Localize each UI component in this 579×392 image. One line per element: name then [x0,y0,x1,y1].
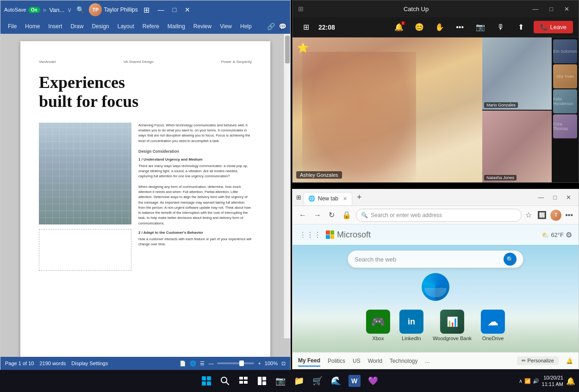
display-settings[interactable]: Display Settings [71,361,108,366]
autosave-toggle[interactable]: On [28,7,40,13]
scrollbar-thumb[interactable] [285,36,290,63]
files-button[interactable]: 📁 [291,373,307,389]
scrollbar[interactable] [284,34,290,338]
svg-rect-12 [262,381,266,385]
edge-maximize[interactable]: □ [549,193,560,202]
wifi-icon[interactable]: 📶 [524,378,531,384]
tab-design[interactable]: Design [88,21,112,31]
personalize-button[interactable]: ✏ Personalize [517,356,559,365]
view-icon-print[interactable]: 📄 [180,361,186,367]
sidebar-video-mario[interactable]: Mario Gonzales [482,37,552,110]
notification-bell[interactable]: 🔔 [566,358,573,364]
tab-mailing[interactable]: Mailing [164,21,189,31]
participant-em[interactable]: Em Solomon [553,39,577,63]
edge-tab-new[interactable]: 🌐 New tab ✕ [303,192,352,205]
tab-layout[interactable]: Layout [114,21,138,31]
search-icon[interactable]: 🔍 [76,6,84,13]
taskview-button[interactable] [235,373,252,389]
tab-refere[interactable]: Refere [139,21,163,31]
shortcut-woodgrove[interactable]: 📊 Woodgrove Bank [433,310,472,341]
tab-review[interactable]: Review [190,21,215,31]
comment-icon[interactable]: 💬 [279,23,286,30]
tab-myfeed[interactable]: My Feed [298,355,320,367]
tab-insert[interactable]: Insert [44,21,66,31]
back-button[interactable]: ← [296,209,309,221]
participant-cora[interactable]: Cora Thomas [553,114,577,138]
store-button[interactable]: 🛒 [309,373,326,389]
view-icon-web[interactable]: 🌐 [190,361,196,367]
favorites-icon[interactable]: ☆ [523,209,534,221]
tab-view[interactable]: View [216,21,236,31]
plus-icon[interactable]: + [258,361,261,366]
camera-icon[interactable]: 📷 [473,19,488,35]
share-screen-icon[interactable]: ⬆ [513,19,529,35]
shortcut-onedrive[interactable]: ☁ OneDrive [481,310,505,341]
start-button[interactable] [198,373,215,389]
teams-video-area: Ashley Gonzales ⭐ Mario Gonzales Natasha… [293,37,579,182]
tab-help[interactable]: Help [237,21,255,31]
edge-taskbar-button[interactable]: 🌊 [328,373,344,389]
edge-close[interactable]: ✕ [562,193,575,202]
tab-more[interactable]: ... [425,356,430,366]
minimize-button[interactable]: — [155,5,167,14]
share-icon[interactable]: 🔗 [267,23,275,30]
weather-icon: ⛅ [542,231,549,238]
ms-apps-icon[interactable]: ⋮⋮⋮ [299,230,321,239]
grid-icon[interactable]: ⊞ [298,19,314,35]
word-taskbar-button[interactable]: W [346,373,363,389]
hand-icon[interactable]: ✋ [432,19,448,35]
tab-file[interactable]: File [4,21,20,31]
address-bar[interactable]: 🔍 Search or enter web address [356,209,522,222]
close-button[interactable]: ✕ [182,5,193,14]
minus-icon[interactable]: — [208,361,213,366]
new-tab-button[interactable]: + [354,193,365,202]
tab-draw[interactable]: Draw [67,21,87,31]
tab-world[interactable]: World [368,356,382,366]
settings-icon[interactable]: ⚙ [566,230,572,239]
camera-app-button[interactable]: 📷 [272,373,289,389]
maximize-button[interactable]: □ [170,5,179,14]
layout-icon[interactable]: ⊞ [141,5,152,15]
search-taskbar-button[interactable] [217,373,233,389]
teams-close[interactable]: ✕ [560,5,573,13]
zoom-slider[interactable] [217,362,254,364]
edge-search-box[interactable]: Search the web 🔍 [348,250,523,268]
date: 10/20/21 [542,374,563,381]
tab-technology[interactable]: Technology [390,356,418,366]
avatar: TP [89,3,102,16]
tab-home[interactable]: Home [21,21,44,31]
teams-minimize[interactable]: — [529,5,542,13]
teams-taskbar-button[interactable]: 💜 [365,373,381,389]
autosave-area: AutoSave On [4,7,40,13]
more-icon[interactable]: ••• [452,19,468,35]
emoji-icon[interactable]: 😊 [411,19,427,35]
woodgrove-icon: 📊 [440,310,464,334]
tab-politics[interactable]: Politics [328,356,345,366]
chevron-up-icon[interactable]: ∧ [519,378,523,384]
leave-button[interactable]: 📞 Leave [534,21,573,33]
participant-felix[interactable]: Felix Henderson [553,89,577,113]
mic-icon[interactable]: 🎙 [493,19,509,35]
participant-mia[interactable]: Mia Yuan [553,64,577,88]
edge-more-icon[interactable]: ••• [563,209,575,221]
teams-maximize[interactable]: □ [546,5,557,13]
view-icon-outline[interactable]: ☰ [200,361,205,367]
snap-button[interactable] [254,373,270,389]
notification-icon[interactable]: 🔔 1 [391,19,407,35]
taskbar-datetime[interactable]: 10/20/21 11:11 AM [542,374,563,388]
edge-profile-avatar[interactable]: T [550,210,561,221]
collections-icon[interactable]: 🔲 [535,209,548,221]
tab-close-icon[interactable]: ✕ [343,196,347,202]
volume-icon[interactable]: 🔊 [533,378,539,384]
refresh-button[interactable]: ↻ [326,209,337,221]
tab-us[interactable]: US [353,356,361,366]
search-button[interactable]: 🔍 [504,253,517,266]
ms-sq-red [326,230,330,235]
notifications-icon[interactable]: 🔔 [566,377,575,386]
forward-button[interactable]: → [311,209,324,221]
shortcut-xbox[interactable]: 🎮 Xbox [366,310,390,341]
sidebar-video-natasha[interactable]: Natasha Jones [482,111,552,183]
shortcut-linkedin[interactable]: in LinkedIn [399,310,423,341]
fit-icon[interactable]: ⊡ [281,361,286,367]
edge-minimize[interactable]: — [534,193,548,202]
